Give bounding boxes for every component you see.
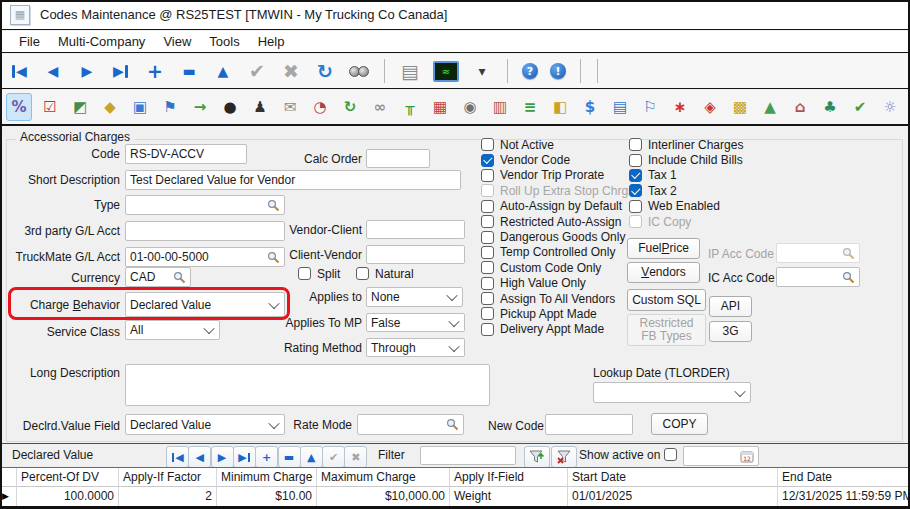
flag-vendor-trip-prorate[interactable]: Vendor Trip Prorate — [481, 168, 634, 183]
home-module-icon[interactable]: ⌂ — [788, 94, 812, 120]
checklist-module-icon[interactable]: ☑ — [38, 94, 62, 120]
pickup-appt-made-checkbox[interactable] — [481, 307, 494, 320]
flag-dangerous-goods-only[interactable]: Dangerous Goods Only — [481, 229, 634, 244]
fuel-price-button[interactable]: Fuel Price — [627, 238, 700, 259]
sub-post-button[interactable]: ✔ — [322, 446, 345, 468]
code-field[interactable]: RS-DV-ACCV — [125, 144, 247, 164]
sub-add-button[interactable]: + — [255, 446, 278, 468]
custom-code-only-checkbox[interactable] — [481, 261, 494, 274]
declrd-value-field-combo[interactable]: Declared Value — [125, 414, 285, 435]
flag-high-value-only[interactable]: High Value Only — [481, 276, 634, 291]
menu-file[interactable]: File — [10, 32, 49, 51]
applies-to-combo[interactable]: None — [366, 287, 463, 307]
mail-module-icon[interactable]: ✉ — [278, 94, 302, 120]
post-edit-button[interactable]: ✔ — [246, 60, 268, 82]
column-header-end-date[interactable]: End Date — [778, 468, 910, 487]
info-button[interactable]: ! — [550, 63, 566, 79]
nav-first-button[interactable]: ◀ — [8, 60, 30, 82]
cube-module-icon[interactable]: ▩ — [728, 94, 752, 120]
sub-nav-last-button[interactable]: ▶ — [233, 446, 256, 468]
nav-last-button[interactable]: ▶ — [110, 60, 132, 82]
split-checkbox[interactable] — [298, 267, 311, 280]
cell-apply-if-field[interactable]: Weight — [450, 487, 568, 506]
tree-module-icon[interactable]: ♣ — [818, 94, 842, 120]
print-button[interactable]: ▤ — [399, 60, 421, 82]
dangerous-goods-only-checkbox[interactable] — [481, 231, 494, 244]
doc-sync-module-icon[interactable]: ↻ — [338, 94, 362, 120]
vendors-button[interactable]: Vendors — [627, 262, 700, 283]
tax-1-checkbox[interactable] — [629, 169, 642, 182]
active-date-field[interactable]: 12 — [683, 446, 759, 466]
column-header-start-date[interactable]: Start Date — [568, 468, 778, 487]
column-header-percent-of-dv[interactable]: Percent-Of DV — [17, 468, 119, 487]
package-module-icon[interactable]: ◧ — [548, 94, 572, 120]
link-module-icon[interactable]: ∞ — [368, 94, 392, 120]
natural-checkbox[interactable] — [356, 267, 369, 280]
flag-tax-2[interactable]: Tax 2 — [629, 183, 743, 198]
assign-to-all-vendors-checkbox[interactable] — [481, 292, 494, 305]
flag-restricted-auto-assign[interactable]: Restricted Auto-Assign — [481, 214, 634, 229]
tax-2-checkbox[interactable] — [629, 184, 642, 197]
type-field[interactable] — [125, 195, 285, 215]
third-party-gl-field[interactable] — [125, 221, 285, 241]
cell-maximum-charge[interactable]: $10,000.00 — [317, 487, 450, 506]
sub-cancel-button[interactable]: ✖ — [344, 446, 367, 468]
lookup-icon[interactable] — [842, 271, 855, 284]
flag-include-child-bills[interactable]: Include Child Bills — [629, 152, 743, 167]
edit-record-button[interactable]: ▲ — [212, 60, 234, 82]
include-child-bills-checkbox[interactable] — [629, 154, 642, 167]
driver-module-icon[interactable]: ♟ — [248, 94, 272, 120]
cell-start-date[interactable]: 01/01/2025 — [568, 487, 778, 506]
lookup-icon[interactable] — [267, 199, 280, 212]
hierarchy-module-icon[interactable]: ╥ — [398, 94, 422, 120]
split-checkbox-row[interactable]: Split — [298, 266, 340, 281]
flag-module-icon[interactable]: ⚑ — [158, 94, 182, 120]
sub-nav-prev-button[interactable]: ◀ — [188, 446, 211, 468]
ic-acc-code-field[interactable] — [776, 267, 860, 287]
milestone-flag-module-icon[interactable]: ⚐ — [638, 94, 662, 120]
terminal-button[interactable]: ≈ — [433, 61, 459, 82]
restricted-fb-types-button[interactable]: Restricted FB Types — [627, 314, 706, 346]
gauge-module-icon[interactable]: ◔ — [308, 94, 332, 120]
lookup-icon[interactable] — [173, 271, 186, 284]
calendar-icon[interactable]: 12 — [740, 450, 754, 463]
refresh-button[interactable]: ↻ — [314, 60, 336, 82]
auto-assign-by-default-checkbox[interactable] — [481, 200, 494, 213]
cancel-edit-button[interactable]: ✖ — [280, 60, 302, 82]
nav-prev-button[interactable]: ◀ — [42, 60, 64, 82]
network-alt-module-icon[interactable]: ◈ — [698, 94, 722, 120]
column-header-minimum-charge[interactable]: Minimum Charge — [217, 468, 317, 487]
lookup-icon[interactable] — [446, 418, 459, 431]
terminal-dropdown[interactable]: ▾ — [471, 60, 493, 82]
new-code-field[interactable] — [545, 414, 633, 435]
add-record-button[interactable]: + — [144, 60, 166, 82]
applies-to-mp-combo[interactable]: False — [366, 313, 465, 332]
flag-tax-1[interactable]: Tax 1 — [629, 168, 743, 183]
column-header-maximum-charge[interactable]: Maximum Charge — [317, 468, 450, 487]
short-description-field[interactable]: Test Declared Value for Vendor — [125, 170, 461, 190]
interliner-charges-checkbox[interactable] — [629, 138, 642, 151]
shapes-module-icon[interactable]: ▲ — [758, 94, 782, 120]
chart-module-icon[interactable]: ◩ — [68, 94, 92, 120]
transfer-module-icon[interactable]: → — [188, 94, 212, 120]
delivery-appt-made-checkbox[interactable] — [481, 323, 494, 336]
flag-web-enabled[interactable]: Web Enabled — [629, 199, 743, 214]
column-header-apply-if-field[interactable]: Apply If-Field — [450, 468, 568, 487]
rating-method-combo[interactable]: Through — [366, 338, 465, 357]
natural-checkbox-row[interactable]: Natural — [356, 266, 414, 281]
high-value-only-checkbox[interactable] — [481, 277, 494, 290]
approve-module-icon[interactable]: ✔ — [848, 94, 872, 120]
sub-delete-button[interactable]: ▬ — [278, 446, 301, 468]
truckmate-gl-field[interactable]: 01-00-00-5000 — [125, 247, 285, 267]
invoice-module-icon[interactable]: $ — [578, 94, 602, 120]
flag-temp-controlled-only[interactable]: Temp Controlled Only — [481, 245, 634, 260]
nav-next-button[interactable]: ▶ — [76, 60, 98, 82]
api-button[interactable]: API — [709, 296, 752, 317]
clear-filter-button[interactable] — [551, 446, 577, 468]
show-active-on-checkbox[interactable] — [664, 448, 677, 461]
settings-module-icon[interactable]: ☼ — [878, 94, 902, 120]
vendor-trip-prorate-checkbox[interactable] — [481, 169, 494, 182]
not-active-checkbox[interactable] — [481, 138, 494, 151]
copy-button[interactable]: COPY — [651, 413, 708, 435]
copy-check-module-icon[interactable]: ▣ — [128, 94, 152, 120]
